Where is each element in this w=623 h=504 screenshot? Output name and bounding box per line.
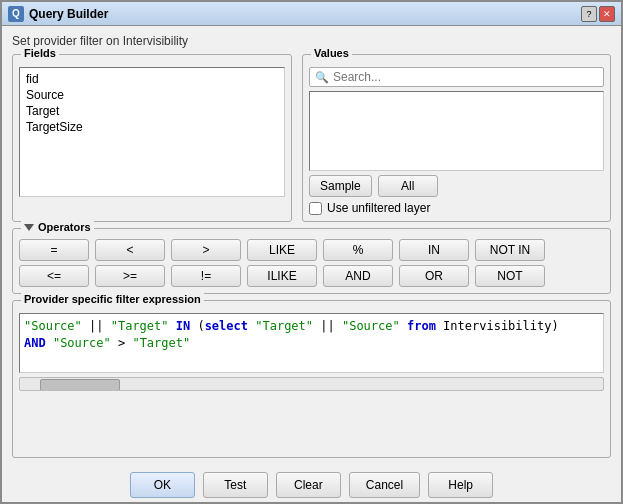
fields-list[interactable]: fid Source Target TargetSize xyxy=(19,67,285,197)
field-targetsize[interactable]: TargetSize xyxy=(23,119,281,135)
close-button[interactable]: ✕ xyxy=(599,6,615,22)
op-and[interactable]: AND xyxy=(323,265,393,287)
window-title: Query Builder xyxy=(29,7,581,21)
search-bar: 🔍 xyxy=(309,67,604,87)
fields-label: Fields xyxy=(21,47,59,59)
top-panels: Fields fid Source Target TargetSize Valu… xyxy=(12,54,611,222)
values-buttons: Sample All xyxy=(309,175,604,197)
field-source[interactable]: Source xyxy=(23,87,281,103)
unfiltered-checkbox[interactable] xyxy=(309,202,322,215)
collapse-triangle-icon[interactable] xyxy=(24,224,34,231)
op-like[interactable]: LIKE xyxy=(247,239,317,261)
horizontal-scrollbar[interactable] xyxy=(19,377,604,391)
operators-row-1: = < > LIKE % IN NOT IN xyxy=(19,239,604,261)
op-percent[interactable]: % xyxy=(323,239,393,261)
operators-row-2: <= >= != ILIKE AND OR NOT xyxy=(19,265,604,287)
operators-label: Operators xyxy=(21,221,94,233)
op-ilike[interactable]: ILIKE xyxy=(247,265,317,287)
op-lte[interactable]: <= xyxy=(19,265,89,287)
test-button[interactable]: Test xyxy=(203,472,268,498)
operators-grid: = < > LIKE % IN NOT IN <= >= != ILIKE AN… xyxy=(19,239,604,287)
unfiltered-label: Use unfiltered layer xyxy=(327,201,430,215)
search-icon: 🔍 xyxy=(315,71,329,84)
clear-button[interactable]: Clear xyxy=(276,472,341,498)
bottom-buttons: OK Test Clear Cancel Help xyxy=(2,466,621,502)
expression-area[interactable]: "Source" || "Target" IN (select "Target"… xyxy=(19,313,604,373)
op-in[interactable]: IN xyxy=(399,239,469,261)
values-label: Values xyxy=(311,47,352,59)
help-button[interactable]: Help xyxy=(428,472,493,498)
all-button[interactable]: All xyxy=(378,175,438,197)
subtitle: Set provider filter on Intervisibility xyxy=(12,34,611,48)
expression-section: Provider specific filter expression "Sou… xyxy=(12,300,611,458)
content-area: Set provider filter on Intervisibility F… xyxy=(2,26,621,466)
scrollbar-thumb[interactable] xyxy=(40,379,120,391)
field-fid[interactable]: fid xyxy=(23,71,281,87)
sample-button[interactable]: Sample xyxy=(309,175,372,197)
titlebar: Q Query Builder ? ✕ xyxy=(2,2,621,26)
op-not[interactable]: NOT xyxy=(475,265,545,287)
op-lt[interactable]: < xyxy=(95,239,165,261)
op-gte[interactable]: >= xyxy=(95,265,165,287)
titlebar-buttons: ? ✕ xyxy=(581,6,615,22)
unfiltered-row: Use unfiltered layer xyxy=(309,201,604,215)
search-input[interactable] xyxy=(333,70,598,84)
fields-group: Fields fid Source Target TargetSize xyxy=(12,54,292,222)
values-list[interactable] xyxy=(309,91,604,171)
cancel-button[interactable]: Cancel xyxy=(349,472,420,498)
ok-button[interactable]: OK xyxy=(130,472,195,498)
op-gt[interactable]: > xyxy=(171,239,241,261)
op-eq[interactable]: = xyxy=(19,239,89,261)
operators-section: Operators = < > LIKE % IN NOT IN <= >= !… xyxy=(12,228,611,294)
values-group: Values 🔍 Sample All Use unfiltered layer xyxy=(302,54,611,222)
query-builder-window: Q Query Builder ? ✕ Set provider filter … xyxy=(0,0,623,504)
op-neq[interactable]: != xyxy=(171,265,241,287)
help-titlebar-button[interactable]: ? xyxy=(581,6,597,22)
op-not-in[interactable]: NOT IN xyxy=(475,239,545,261)
op-or[interactable]: OR xyxy=(399,265,469,287)
field-target[interactable]: Target xyxy=(23,103,281,119)
app-icon: Q xyxy=(8,6,24,22)
expression-label: Provider specific filter expression xyxy=(21,293,204,305)
